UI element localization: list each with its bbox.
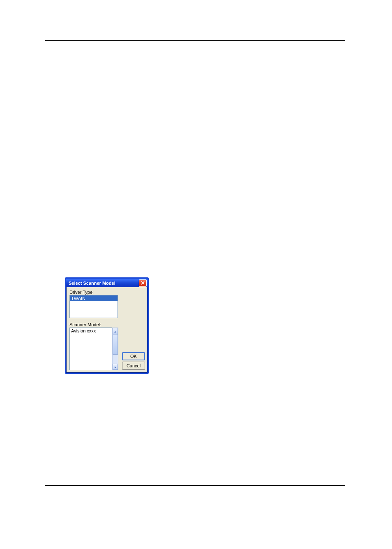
cancel-button-label: Cancel [127,363,141,368]
dialog-title: Select Scanner Model [69,281,115,286]
scanner-model-label: Scanner Model: [69,322,144,327]
scroll-up-button[interactable] [113,328,118,334]
chevron-up-icon [114,329,117,334]
dialog-body: Driver Type: TWAIN Scanner Model: Avisio… [66,287,148,373]
scanner-model-item[interactable]: Avision xxxx [71,328,111,333]
ok-button[interactable]: OK [122,352,145,360]
titlebar[interactable]: Select Scanner Model [66,279,148,287]
cancel-button[interactable]: Cancel [122,362,145,370]
scanner-list-scrollbar[interactable] [112,328,118,370]
button-column: OK Cancel [122,351,145,370]
footer-rule [45,485,345,486]
scroll-thumb[interactable] [113,334,118,355]
close-button[interactable] [139,279,147,287]
header-rule [45,40,345,41]
scroll-down-button[interactable] [113,364,118,370]
scanner-model-list[interactable]: Avision xxxx [69,328,112,370]
driver-type-list[interactable]: TWAIN [69,295,118,318]
driver-type-label: Driver Type: [69,290,144,295]
ok-button-label: OK [130,354,137,359]
chevron-down-icon [114,364,117,369]
driver-type-item-selected[interactable]: TWAIN [70,295,118,301]
select-scanner-dialog: Select Scanner Model Driver Type: TWAIN … [65,277,149,374]
close-icon [141,281,145,286]
scroll-track[interactable] [113,334,118,364]
